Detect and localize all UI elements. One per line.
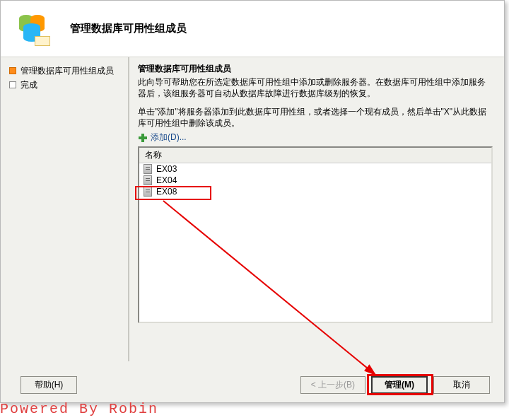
content-hint: 单击"添加"将服务器添加到此数据库可用性组，或者选择一个现有成员，然后单击"X"… [138, 106, 493, 129]
plus-icon [138, 133, 148, 143]
step-indicator-active-icon [9, 67, 16, 74]
list-item[interactable]: EX03 [139, 163, 491, 175]
list-item[interactable]: EX04 [139, 175, 491, 186]
dialog-title: 管理数据库可用性组成员 [70, 22, 187, 35]
add-server-link[interactable]: 添加(D)... [138, 132, 493, 144]
content-pane: 管理数据库可用性组成员 此向导可帮助您在所选定数据库可用性组中添加或删除服务器。… [128, 57, 504, 361]
step-label: 完成 [21, 80, 37, 90]
add-label: 添加(D)... [151, 132, 187, 144]
dialog-header: 管理数据库可用性组成员 [1, 1, 504, 57]
database-group-icon [15, 12, 49, 46]
step-manage-members[interactable]: 管理数据库可用性组成员 [6, 64, 122, 77]
wizard-steps-sidebar: 管理数据库可用性组成员 完成 [1, 57, 128, 361]
list-item[interactable]: EX08 [139, 186, 491, 197]
watermark-text: Powered By Robin [0, 401, 158, 417]
content-description: 此向导可帮助您在所选定数据库可用性组中添加或删除服务器。在数据库可用性组中添加服… [138, 76, 493, 99]
help-button[interactable]: 帮助(H) [21, 376, 77, 394]
dialog-footer: 帮助(H) < 上一步(B) 管理(M) 取消 [1, 376, 504, 394]
servers-listbox[interactable]: 名称 EX03 EX04 EX08 [138, 146, 493, 323]
step-finish[interactable]: 完成 [6, 78, 122, 91]
server-icon [144, 164, 152, 174]
content-title: 管理数据库可用性组成员 [138, 63, 493, 75]
cancel-button[interactable]: 取消 [433, 376, 490, 394]
dialog-body: 管理数据库可用性组成员 完成 管理数据库可用性组成员 此向导可帮助您在所选定数据… [1, 57, 504, 361]
column-header-name[interactable]: 名称 [139, 148, 491, 163]
back-button: < 上一步(B) [300, 376, 365, 394]
step-indicator-icon [9, 81, 16, 88]
server-name: EX03 [156, 164, 177, 174]
server-icon [144, 187, 152, 197]
server-name: EX04 [156, 175, 177, 185]
server-name: EX08 [156, 187, 177, 197]
wizard-dialog: 管理数据库可用性组成员 管理数据库可用性组成员 完成 管理数据库可用性组成员 此… [0, 0, 505, 403]
step-label: 管理数据库可用性组成员 [21, 66, 114, 76]
server-icon [144, 175, 152, 185]
manage-button[interactable]: 管理(M) [371, 376, 428, 394]
